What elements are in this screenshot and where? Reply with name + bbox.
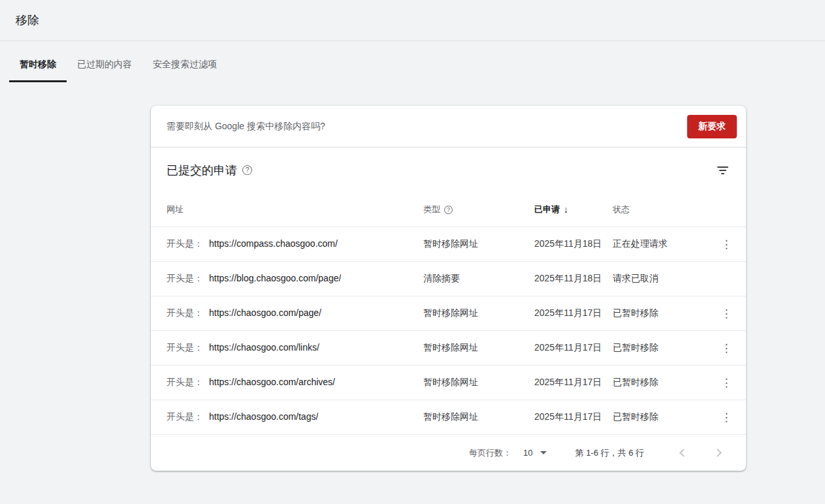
kebab-icon: ⋮ xyxy=(721,376,732,390)
status-cell: 已暂时移除 xyxy=(613,307,715,319)
submitted-requests-header: 已提交的申请 ? xyxy=(151,148,746,193)
page-title: 移除 xyxy=(16,12,39,28)
table-row: 开头是： https://compass.chaosgoo.com/ 暂时移除网… xyxy=(151,227,746,261)
rows-per-page-value: 10 xyxy=(523,448,532,458)
row-menu-button[interactable]: ⋮ xyxy=(717,408,736,426)
chevron-right-icon xyxy=(713,449,722,457)
rows-per-page-select[interactable]: 10 xyxy=(523,448,546,458)
pagination-bar: 每页行数： 10 第 1-6 行，共 6 行 xyxy=(151,434,746,471)
type-cell: 暂时移除网址 xyxy=(423,307,534,319)
url-cell: 开头是： https://blog.chaosgoo.com/page/ xyxy=(167,273,423,285)
url-cell: 开头是： https://chaosgoo.com/links/ xyxy=(167,342,423,354)
kebab-icon: ⋮ xyxy=(721,307,732,321)
new-request-question: 需要即刻从 Google 搜索中移除内容吗? xyxy=(167,121,325,133)
table-body: 开头是： https://compass.chaosgoo.com/ 暂时移除网… xyxy=(151,227,746,434)
previous-page-button[interactable] xyxy=(674,445,690,461)
status-cell: 已暂时移除 xyxy=(613,377,715,388)
row-menu-button[interactable]: ⋮ xyxy=(717,235,736,253)
filter-icon[interactable] xyxy=(715,163,730,178)
requested-date-cell: 2025年11月18日 xyxy=(534,273,613,285)
tab-bar: 暂时移除 已过期的内容 安全搜索过滤项 xyxy=(0,41,825,82)
chevron-left-icon xyxy=(679,449,688,457)
status-cell: 已暂时移除 xyxy=(613,342,715,354)
status-cell: 请求已取消 xyxy=(613,273,715,285)
requested-date-cell: 2025年11月17日 xyxy=(534,342,613,354)
type-cell: 清除摘要 xyxy=(423,273,534,285)
url-prefix: 开头是： xyxy=(167,411,203,423)
table-row: 开头是： https://blog.chaosgoo.com/page/ 清除摘… xyxy=(151,261,746,296)
table-row: 开头是： https://chaosgoo.com/links/ 暂时移除网址 … xyxy=(151,330,746,365)
next-page-button[interactable] xyxy=(711,445,726,461)
requested-date-cell: 2025年11月17日 xyxy=(534,411,613,423)
type-help-icon[interactable]: ? xyxy=(444,206,453,214)
pagination-range: 第 1-6 行，共 6 行 xyxy=(575,447,644,459)
column-header-type: 类型 ? xyxy=(423,204,534,215)
column-header-url: 网址 xyxy=(167,204,423,215)
url-prefix: 开头是： xyxy=(167,377,203,388)
url-value: https://chaosgoo.com/links/ xyxy=(209,342,319,353)
column-header-requested[interactable]: 已申请 ↓ xyxy=(534,204,613,215)
url-cell: 开头是： https://chaosgoo.com/page/ xyxy=(167,307,423,319)
dropdown-arrow-icon xyxy=(540,451,547,454)
tab-temporary-removals[interactable]: 暂时移除 xyxy=(9,41,67,82)
url-value: https://chaosgoo.com/tags/ xyxy=(209,411,318,422)
requested-date-cell: 2025年11月17日 xyxy=(534,307,613,319)
type-cell: 暂时移除网址 xyxy=(423,238,534,250)
new-request-button[interactable]: 新要求 xyxy=(687,115,737,138)
status-cell: 已暂时移除 xyxy=(613,411,715,423)
row-menu-button[interactable]: ⋮ xyxy=(717,373,736,392)
new-request-bar: 需要即刻从 Google 搜索中移除内容吗? 新要求 xyxy=(151,106,746,148)
url-cell: 开头是： https://chaosgoo.com/tags/ xyxy=(167,411,423,423)
page-header: 移除 xyxy=(0,0,825,41)
type-cell: 暂时移除网址 xyxy=(423,411,534,423)
tab-outdated-content[interactable]: 已过期的内容 xyxy=(67,41,142,82)
kebab-icon: ⋮ xyxy=(721,411,732,424)
table-header-row: 网址 类型 ? 已申请 ↓ 状态 xyxy=(151,193,746,227)
tab-safesearch-filtering[interactable]: 安全搜索过滤项 xyxy=(142,41,227,82)
sort-desc-icon: ↓ xyxy=(564,204,568,215)
url-value: https://compass.chaosgoo.com/ xyxy=(209,238,338,249)
requested-date-cell: 2025年11月18日 xyxy=(534,238,613,250)
type-cell: 暂时移除网址 xyxy=(423,377,534,388)
table-row: 开头是： https://chaosgoo.com/archives/ 暂时移除… xyxy=(151,365,746,400)
url-prefix: 开头是： xyxy=(167,307,203,319)
table-row: 开头是： https://chaosgoo.com/page/ 暂时移除网址 2… xyxy=(151,296,746,330)
kebab-icon: ⋮ xyxy=(721,341,732,355)
rows-per-page-label: 每页行数： xyxy=(469,447,511,459)
removals-card: 需要即刻从 Google 搜索中移除内容吗? 新要求 已提交的申请 ? 网址 类… xyxy=(151,106,746,471)
url-prefix: 开头是： xyxy=(167,342,203,354)
kebab-icon: ⋮ xyxy=(721,238,732,251)
row-menu-button[interactable]: ⋮ xyxy=(717,339,736,357)
url-cell: 开头是： https://chaosgoo.com/archives/ xyxy=(167,377,423,388)
url-value: https://chaosgoo.com/archives/ xyxy=(209,377,335,387)
url-value: https://chaosgoo.com/page/ xyxy=(209,307,321,318)
status-cell: 正在处理请求 xyxy=(613,238,715,250)
requested-date-cell: 2025年11月17日 xyxy=(534,377,613,388)
url-value: https://blog.chaosgoo.com/page/ xyxy=(209,273,341,283)
type-cell: 暂时移除网址 xyxy=(423,342,534,354)
column-header-status: 状态 xyxy=(613,204,715,215)
help-icon[interactable]: ? xyxy=(242,165,252,175)
url-prefix: 开头是： xyxy=(167,238,203,250)
url-prefix: 开头是： xyxy=(167,273,203,285)
row-menu-button[interactable]: ⋮ xyxy=(717,304,736,323)
submitted-requests-title: 已提交的申请 xyxy=(167,163,237,178)
table-row: 开头是： https://chaosgoo.com/tags/ 暂时移除网址 2… xyxy=(151,400,746,434)
url-cell: 开头是： https://compass.chaosgoo.com/ xyxy=(167,238,423,250)
